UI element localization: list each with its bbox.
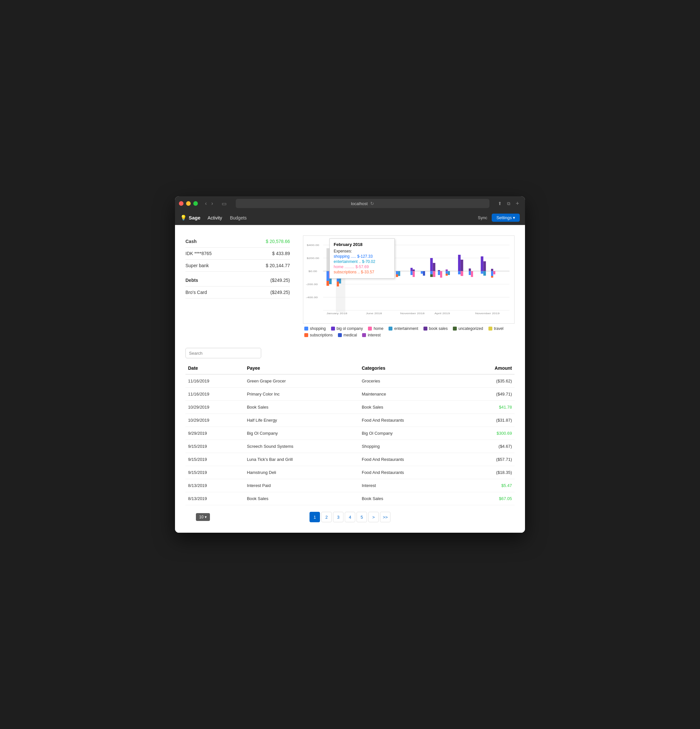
- table-header: Date Payee Categories Amount: [186, 362, 514, 374]
- svg-text:$-400.00: $-400.00: [306, 296, 318, 299]
- svg-rect-47: [430, 274, 433, 277]
- svg-rect-44: [433, 263, 436, 271]
- legend-medical: medical: [338, 333, 357, 337]
- page-size-button[interactable]: 10 ▾: [196, 513, 210, 521]
- table-row[interactable]: 8/13/2019 Book Sales Book Sales $67.05: [186, 492, 514, 505]
- add-tab-button[interactable]: +: [514, 200, 521, 208]
- table-row[interactable]: 9/29/2019 Big Ol Company Big Ol Company …: [186, 427, 514, 440]
- nav-link-budgets[interactable]: Budgets: [227, 214, 250, 222]
- forward-button[interactable]: ›: [209, 200, 215, 207]
- svg-text:November 2018: November 2018: [400, 312, 425, 315]
- svg-text:November 2019: November 2019: [475, 312, 500, 315]
- svg-rect-38: [413, 269, 415, 271]
- close-button[interactable]: [179, 201, 184, 206]
- cash-header-row: Cash $ 20,578.66: [186, 235, 290, 248]
- row-date: 9/15/2019: [186, 453, 244, 466]
- table-row[interactable]: 9/15/2019 Luna Tick's Bar and Grill Food…: [186, 453, 514, 466]
- reload-button[interactable]: ↻: [370, 201, 374, 206]
- row-amount: ($49.71): [465, 388, 514, 401]
- legend-color-entertainment: [388, 327, 393, 331]
- legend-color-booksales: [423, 327, 428, 331]
- sync-button[interactable]: Sync: [475, 214, 491, 221]
- row-date: 11/16/2019: [186, 388, 244, 401]
- tooltip-entertainment: entertainment .. $-70.02: [334, 259, 390, 264]
- row-amount: $5.47: [465, 479, 514, 492]
- row-category: Food And Restaurants: [359, 453, 465, 466]
- titlebar: ‹ › ▭ localhost ↻ ⬆ ⧉ +: [175, 196, 525, 211]
- svg-rect-12: [326, 271, 329, 281]
- broscard-amount: ($249.25): [270, 290, 290, 295]
- table-row[interactable]: 11/16/2019 Primary Color Inc Maintenance…: [186, 388, 514, 401]
- svg-rect-41: [421, 271, 423, 274]
- minimize-button[interactable]: [186, 201, 191, 206]
- back-button[interactable]: ‹: [203, 200, 209, 207]
- page-btn-next[interactable]: >: [368, 512, 379, 522]
- table-row[interactable]: 11/16/2019 Green Grape Grocer Groceries …: [186, 374, 514, 388]
- debts-header-row: Debts ($249.25): [186, 274, 290, 286]
- table-row[interactable]: 9/15/2019 Hamstrung Deli Food And Restau…: [186, 466, 514, 479]
- browser-nav-buttons: ‹ ›: [203, 200, 215, 207]
- row-payee: Primary Color Inc: [244, 388, 359, 401]
- legend-color-uncategorized: [453, 327, 457, 331]
- table-row[interactable]: 8/13/2019 Interest Paid Interest $5.47: [186, 479, 514, 492]
- svg-rect-46: [433, 271, 436, 277]
- app-window: ‹ › ▭ localhost ↻ ⬆ ⧉ + 💡 Sage Activity …: [175, 196, 525, 533]
- row-amount: $300.69: [465, 427, 514, 440]
- transactions-table: Date Payee Categories Amount 11/16/2019 …: [186, 362, 514, 505]
- legend-entertainment: entertainment: [388, 326, 418, 331]
- svg-rect-43: [430, 258, 433, 271]
- table-row[interactable]: 9/15/2019 Screech Sound Systems Shopping…: [186, 440, 514, 453]
- sidebar-toggle-button[interactable]: ▭: [219, 200, 229, 208]
- table-row[interactable]: 10/29/2019 Book Sales Book Sales $41.78: [186, 401, 514, 414]
- broscard-name: Bro's Card: [186, 290, 207, 295]
- idk-account-amount: $ 433.89: [272, 251, 290, 256]
- col-payee: Payee: [244, 362, 359, 374]
- svg-rect-15: [329, 278, 332, 284]
- svg-rect-55: [458, 255, 461, 271]
- page-btn-4[interactable]: 4: [345, 512, 355, 522]
- pagination-wrapper: 1 2 3 4 5 > >>: [186, 512, 514, 522]
- maximize-button[interactable]: [193, 201, 198, 206]
- row-payee: Hamstrung Deli: [244, 466, 359, 479]
- page-btn-3[interactable]: 3: [333, 512, 343, 522]
- nav-link-activity[interactable]: Activity: [204, 214, 225, 222]
- cash-label: Cash: [186, 239, 197, 244]
- tooltip-expenses-label: Expenses:: [334, 249, 390, 253]
- svg-rect-39: [410, 271, 413, 275]
- svg-text:$0.00: $0.00: [309, 270, 317, 273]
- share-button[interactable]: ⬆: [496, 200, 504, 208]
- row-category: Book Sales: [359, 492, 465, 505]
- row-category: Food And Restaurants: [359, 466, 465, 479]
- traffic-lights: [179, 201, 198, 206]
- page-btn-1[interactable]: 1: [310, 512, 320, 522]
- svg-rect-35: [398, 271, 400, 276]
- legend-book-sales: book sales: [423, 326, 448, 331]
- account-row-idk: IDK ****8765 $ 433.89: [186, 248, 290, 260]
- table-row[interactable]: 10/29/2019 Half Life Energy Food And Res…: [186, 414, 514, 427]
- chart-panel: February 2018 Expenses: shopping ..... $…: [303, 235, 514, 337]
- page-btn-2[interactable]: 2: [321, 512, 332, 522]
- row-category: Food And Restaurants: [359, 414, 465, 427]
- page-btn-last[interactable]: >>: [380, 512, 390, 522]
- row-payee: Big Ol Company: [244, 427, 359, 440]
- search-input[interactable]: [186, 348, 261, 358]
- svg-rect-56: [461, 260, 463, 271]
- row-category: Shopping: [359, 440, 465, 453]
- svg-rect-48: [438, 270, 440, 271]
- new-tab-button[interactable]: ⧉: [505, 200, 512, 208]
- tooltip-shopping: shopping ..... $-127.33: [334, 254, 390, 258]
- page-btn-5[interactable]: 5: [357, 512, 367, 522]
- svg-rect-54: [446, 274, 448, 276]
- legend-color-bigolcompany: [331, 327, 335, 331]
- svg-rect-19: [337, 282, 339, 286]
- debts-label: Debts: [186, 277, 198, 283]
- superbank-amount: $ 20,144.77: [266, 263, 290, 268]
- svg-rect-53: [448, 271, 450, 275]
- settings-button[interactable]: Settings ▾: [492, 213, 520, 222]
- url-bar[interactable]: localhost ↻: [236, 199, 490, 208]
- row-payee: Screech Sound Systems: [244, 440, 359, 453]
- tooltip-home: home ......... $-57.69: [334, 264, 390, 269]
- svg-text:January 2018: January 2018: [326, 312, 347, 315]
- row-payee: Green Grape Grocer: [244, 374, 359, 388]
- svg-rect-65: [483, 271, 486, 276]
